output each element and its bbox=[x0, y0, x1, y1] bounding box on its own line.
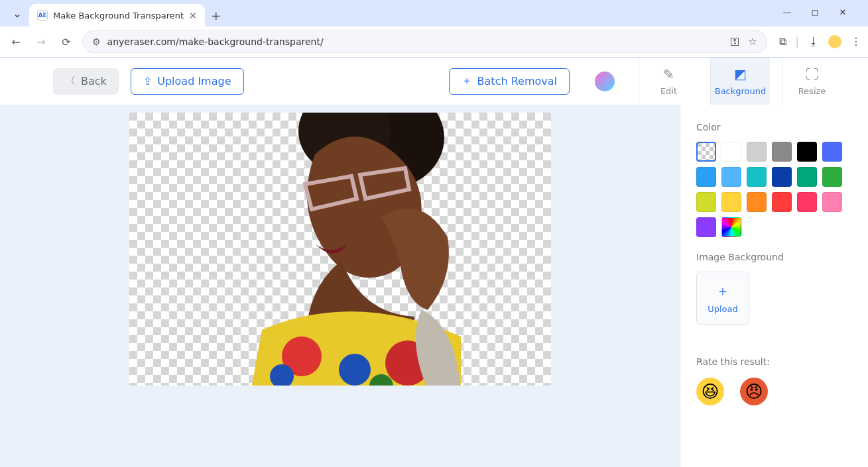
rate-angry-button[interactable]: 😠 bbox=[740, 378, 768, 405]
downloads-icon[interactable]: ⭳ bbox=[808, 35, 819, 48]
color-swatch[interactable] bbox=[747, 192, 767, 212]
new-tab-button[interactable]: + bbox=[207, 6, 225, 25]
upload-image-button[interactable]: ⇪ Upload Image bbox=[131, 68, 244, 95]
upload-icon: ⇪ bbox=[143, 75, 152, 87]
chevron-left-icon: 〈 bbox=[65, 74, 76, 88]
upload-label: Upload Image bbox=[157, 75, 231, 87]
color-swatch[interactable] bbox=[797, 192, 817, 212]
color-swatch[interactable] bbox=[747, 142, 767, 162]
color-swatch[interactable] bbox=[696, 217, 716, 237]
tab-dropdown[interactable]: ⌄ bbox=[8, 4, 27, 23]
tab-edit[interactable]: ✎ Edit bbox=[639, 58, 698, 105]
plus-icon: ＋ bbox=[716, 282, 729, 300]
rate-happy-button[interactable]: 😆 bbox=[696, 378, 724, 405]
address-bar[interactable]: ⚙ anyeraser.com/make-background-transpar… bbox=[82, 30, 767, 53]
color-swatch[interactable] bbox=[797, 167, 817, 187]
site-settings-icon[interactable]: ⚙ bbox=[92, 36, 101, 47]
tab-resize[interactable]: ⛶ Resize bbox=[782, 58, 841, 105]
background-icon: ◩ bbox=[734, 66, 747, 82]
color-heading: Color bbox=[696, 122, 852, 132]
plus-icon: ＋ bbox=[462, 74, 472, 88]
nav-fwd-icon[interactable]: → bbox=[32, 32, 50, 51]
sidebar: Color Image Background ＋ Upload Rate thi… bbox=[680, 105, 868, 467]
color-swatch[interactable] bbox=[772, 167, 792, 187]
color-swatch[interactable] bbox=[696, 167, 716, 187]
back-button[interactable]: 〈 Back bbox=[53, 68, 119, 95]
tab-resize-label: Resize bbox=[798, 86, 826, 96]
color-swatch[interactable] bbox=[822, 167, 842, 187]
browser-menu-icon[interactable]: ⋮ bbox=[851, 35, 861, 48]
tab-edit-label: Edit bbox=[660, 86, 677, 96]
color-swatch[interactable] bbox=[696, 142, 716, 162]
browser-tab[interactable]: AE Make Background Transparent × bbox=[29, 4, 205, 26]
extension-badge-icon[interactable] bbox=[828, 35, 841, 48]
nav-back-icon[interactable]: ← bbox=[7, 32, 25, 51]
color-swatch[interactable] bbox=[822, 142, 842, 162]
batch-label: Batch Removal bbox=[477, 75, 557, 87]
color-swatch[interactable] bbox=[772, 192, 792, 212]
color-swatch[interactable] bbox=[696, 192, 716, 212]
image-bg-heading: Image Background bbox=[696, 252, 852, 262]
close-window-icon[interactable]: ✕ bbox=[834, 3, 852, 21]
tab-bg-label: Background bbox=[715, 86, 767, 96]
upload-background-button[interactable]: ＋ Upload bbox=[696, 272, 749, 325]
extensions-icon[interactable]: ⧉ bbox=[779, 35, 786, 48]
crop-icon: ⛶ bbox=[806, 66, 819, 82]
subject-image bbox=[242, 113, 467, 386]
password-key-icon[interactable]: ⚿ bbox=[730, 36, 740, 48]
maximize-icon[interactable]: ◻ bbox=[806, 3, 824, 21]
divider: | bbox=[796, 35, 799, 48]
image-canvas[interactable] bbox=[129, 113, 551, 386]
color-swatch[interactable] bbox=[797, 142, 817, 162]
color-swatch[interactable] bbox=[721, 192, 741, 212]
color-swatches bbox=[696, 142, 852, 237]
upload-bg-label: Upload bbox=[708, 304, 738, 314]
color-swatch[interactable] bbox=[822, 192, 842, 212]
svg-point-4 bbox=[339, 354, 371, 386]
color-swatch[interactable] bbox=[721, 142, 741, 162]
close-tab-icon[interactable]: × bbox=[189, 10, 197, 21]
minimize-icon[interactable]: — bbox=[778, 3, 796, 21]
bookmark-star-icon[interactable]: ☆ bbox=[748, 36, 757, 48]
rate-heading: Rate this result: bbox=[696, 356, 852, 367]
color-swatch[interactable] bbox=[721, 167, 741, 187]
color-swatch[interactable] bbox=[772, 142, 792, 162]
back-label: Back bbox=[81, 75, 107, 87]
tab-title: Make Background Transparent bbox=[53, 11, 184, 21]
batch-removal-button[interactable]: ＋ Batch Removal bbox=[449, 68, 570, 95]
avatar[interactable] bbox=[595, 72, 615, 91]
color-swatch[interactable] bbox=[747, 167, 767, 187]
edit-icon: ✎ bbox=[663, 66, 674, 82]
tab-background[interactable]: ◩ Background bbox=[710, 58, 770, 105]
favicon-icon: AE bbox=[37, 10, 48, 21]
reload-icon[interactable]: ⟳ bbox=[57, 32, 76, 51]
color-swatch[interactable] bbox=[721, 217, 741, 237]
url-text: anyeraser.com/make-background-transparen… bbox=[107, 36, 324, 47]
